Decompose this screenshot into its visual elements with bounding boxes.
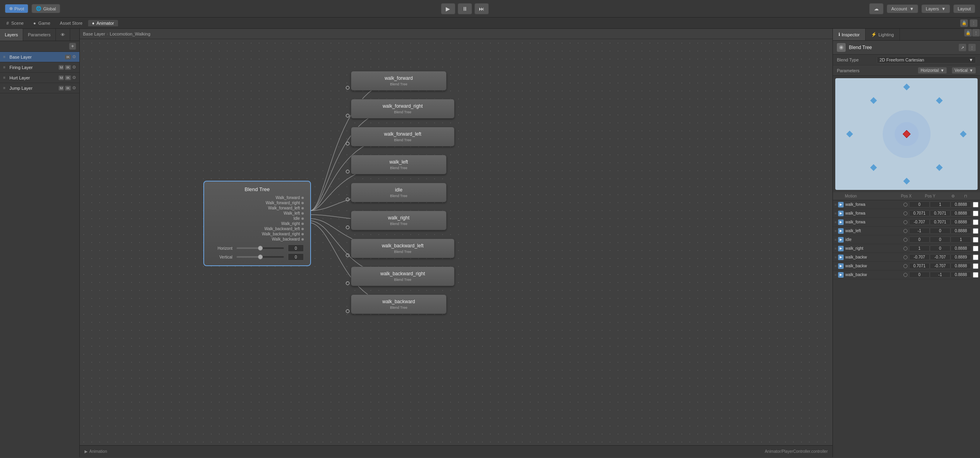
row-circle-6[interactable] bbox=[903, 255, 907, 259]
row-circle-7[interactable] bbox=[903, 264, 907, 268]
blend-type-value[interactable]: 2D Freeform Cartesian ▼ bbox=[877, 56, 976, 63]
inspector-lock-button[interactable]: 🔒 bbox=[964, 29, 972, 37]
motion-row-1[interactable]: ≡ ▶ walk_forwa 0.7071 0.7071 0.8888 bbox=[833, 209, 980, 218]
row-posy-5[interactable]: 0 bbox=[930, 245, 950, 251]
layer-item-hurt[interactable]: ≡ Hurt Layer M IK ⚙ bbox=[0, 73, 79, 83]
row-posx-4[interactable]: 0 bbox=[909, 237, 930, 243]
blend-point-walk-forward-right[interactable] bbox=[936, 97, 943, 104]
horizontal-value[interactable]: 0 bbox=[288, 245, 304, 252]
blend-point-walk-left[interactable] bbox=[846, 131, 853, 138]
add-layer-button[interactable]: + bbox=[69, 43, 76, 50]
row-speed-6[interactable]: 0.8889 bbox=[950, 254, 971, 260]
row-circle-1[interactable] bbox=[903, 211, 907, 215]
layer-item-firing[interactable]: ≡ Firing Layer M IK ⚙ bbox=[0, 62, 79, 73]
blend-point-idle[interactable] bbox=[903, 130, 911, 138]
tab-scene[interactable]: # Scene bbox=[2, 20, 28, 26]
blend-point-walk-backward-right[interactable] bbox=[936, 164, 943, 171]
row-speed-3[interactable]: 0.8888 bbox=[950, 228, 971, 234]
blend-point-walk-backward-left[interactable] bbox=[870, 164, 877, 171]
layer-item-base[interactable]: ≡ Base Layer IK ⚙ bbox=[0, 52, 79, 62]
layer-gear-icon[interactable]: ⚙ bbox=[72, 85, 76, 91]
row-speed-7[interactable]: 0.8888 bbox=[950, 263, 971, 269]
row-posy-2[interactable]: 0.7071 bbox=[930, 219, 950, 225]
row-speed-4[interactable]: 1 bbox=[950, 237, 971, 243]
row-posx-1[interactable]: 0.7071 bbox=[909, 210, 930, 216]
row-circle-5[interactable] bbox=[903, 247, 907, 251]
layers-dropdown[interactable]: Layers ▼ bbox=[921, 4, 950, 13]
motion-row-0[interactable]: ≡ ▶ walk_forwa 0 1 0.8888 bbox=[833, 200, 980, 209]
blend-point-walk-right[interactable] bbox=[960, 131, 967, 138]
blend-space-visualization[interactable] bbox=[835, 78, 978, 190]
motion-row-5[interactable]: ≡ ▶ walk_right 1 0 0.8888 bbox=[833, 244, 980, 253]
motion-row-8[interactable]: ≡ ▶ walk_backw 0 -1 0.8888 bbox=[833, 270, 980, 279]
vertical-param-dropdown[interactable]: Vertical ▼ bbox=[952, 67, 976, 74]
row-posx-6[interactable]: -0.707 bbox=[909, 254, 930, 260]
blend-point-walk-forward-left[interactable] bbox=[870, 97, 877, 104]
motion-row-4[interactable]: ≡ ▶ idle 0 0 1 bbox=[833, 235, 980, 244]
row-circle-4[interactable] bbox=[903, 238, 907, 242]
animator-lock-icon[interactable]: 🔒 bbox=[960, 19, 968, 27]
motion-row-7[interactable]: ≡ ▶ walk_backw 0.7071 -0.707 0.8888 bbox=[833, 262, 980, 270]
row-posx-7[interactable]: 0.7071 bbox=[909, 263, 930, 269]
row-mirror-1[interactable] bbox=[973, 211, 978, 216]
layout-dropdown[interactable]: Layout bbox=[953, 4, 975, 13]
row-speed-5[interactable]: 0.8888 bbox=[950, 245, 971, 251]
vertical-slider[interactable] bbox=[236, 256, 284, 258]
row-circle-8[interactable] bbox=[903, 273, 907, 277]
layer-gear-icon[interactable]: ⚙ bbox=[72, 54, 76, 59]
row-speed-1[interactable]: 0.8888 bbox=[950, 210, 971, 216]
node-walk-forward[interactable]: walk_forward Blend Tree bbox=[351, 71, 447, 91]
pivot-button[interactable]: ⊕ Pivot bbox=[5, 4, 28, 13]
row-posy-8[interactable]: -1 bbox=[930, 272, 950, 278]
breadcrumb-locomotion[interactable]: Locomotion_Walking bbox=[110, 32, 150, 36]
tab-parameters[interactable]: Parameters bbox=[23, 29, 56, 41]
node-walk-backward-right[interactable]: walk_backward_right Blend Tree bbox=[351, 267, 455, 286]
step-button[interactable]: ⏭ bbox=[474, 3, 489, 14]
row-mirror-3[interactable] bbox=[973, 228, 978, 234]
row-mirror-5[interactable] bbox=[973, 246, 978, 251]
motion-row-2[interactable]: ≡ ▶ walk_forwa -0.707 0.7071 0.8888 bbox=[833, 218, 980, 227]
node-walk-backward-left[interactable]: walk_backward_left Blend Tree bbox=[351, 239, 455, 258]
node-walk-backward[interactable]: walk_backward Blend Tree bbox=[351, 294, 447, 314]
account-dropdown[interactable]: Account ▼ bbox=[887, 4, 918, 13]
animator-more-icon[interactable]: ⋮ bbox=[970, 19, 978, 27]
horizontal-slider[interactable] bbox=[236, 247, 284, 249]
layer-item-jump[interactable]: ≡ Jump Layer M IK ⚙ bbox=[0, 83, 79, 93]
row-posx-3[interactable]: -1 bbox=[909, 228, 930, 234]
inspector-menu-button[interactable]: ⋮ bbox=[968, 43, 976, 51]
row-circle-0[interactable] bbox=[903, 203, 907, 207]
node-walk-left[interactable]: walk_left Blend Tree bbox=[351, 155, 447, 174]
node-walk-forward-right[interactable]: walk_forward_right Blend Tree bbox=[351, 99, 455, 118]
breadcrumb-base-layer[interactable]: Base Layer bbox=[83, 32, 105, 36]
node-idle[interactable]: idle Blend Tree bbox=[351, 183, 447, 202]
row-speed-8[interactable]: 0.8888 bbox=[950, 272, 971, 278]
row-mirror-6[interactable] bbox=[973, 255, 978, 260]
row-mirror-8[interactable] bbox=[973, 272, 978, 278]
row-circle-2[interactable] bbox=[903, 220, 907, 224]
play-button[interactable]: ▶ bbox=[441, 3, 455, 14]
motion-row-6[interactable]: ≡ ▶ walk_backw -0.707 -0.707 0.8889 bbox=[833, 253, 980, 262]
cloud-button[interactable]: ☁ bbox=[869, 3, 884, 14]
row-posx-0[interactable]: 0 bbox=[909, 201, 930, 207]
row-circle-3[interactable] bbox=[903, 229, 907, 233]
node-walk-forward-left[interactable]: walk_forward_left Blend Tree bbox=[351, 127, 455, 146]
horizontal-param-dropdown[interactable]: Horizontal ▼ bbox=[918, 67, 947, 74]
row-mirror-7[interactable] bbox=[973, 263, 978, 269]
row-posx-5[interactable]: 1 bbox=[909, 245, 930, 251]
row-posy-3[interactable]: 0 bbox=[930, 228, 950, 234]
tab-layers[interactable]: Layers bbox=[0, 29, 23, 41]
blend-tree-node[interactable]: Blend Tree Walk_forward Walk_forward_rig… bbox=[203, 181, 311, 266]
row-mirror-0[interactable] bbox=[973, 202, 978, 207]
tab-game[interactable]: ● Game bbox=[29, 20, 54, 26]
row-posy-1[interactable]: 0.7071 bbox=[930, 210, 950, 216]
layer-gear-icon[interactable]: ⚙ bbox=[72, 75, 76, 80]
layer-gear-icon[interactable]: ⚙ bbox=[72, 65, 76, 70]
node-walk-right[interactable]: walk_right Blend Tree bbox=[351, 211, 447, 230]
row-posy-7[interactable]: -0.707 bbox=[930, 263, 950, 269]
row-mirror-2[interactable] bbox=[973, 219, 978, 225]
tab-animator[interactable]: ♦ Animator bbox=[88, 20, 118, 26]
row-posx-8[interactable]: 0 bbox=[909, 272, 930, 278]
tab-inspector[interactable]: ℹ Inspector bbox=[833, 29, 866, 40]
tab-eye[interactable]: 👁 bbox=[56, 29, 70, 41]
tab-asset-store[interactable]: Asset Store bbox=[56, 20, 87, 26]
